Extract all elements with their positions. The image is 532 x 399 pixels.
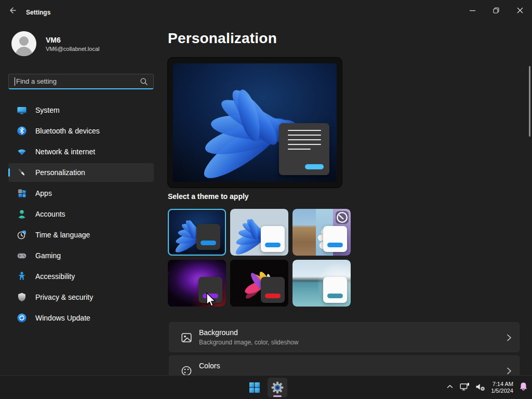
restore-button[interactable]: [484, 0, 508, 21]
minimize-button[interactable]: [460, 0, 484, 21]
vertical-scrollbar[interactable]: [529, 66, 530, 137]
sidebar-item-time-language[interactable]: Time & language: [8, 225, 154, 244]
sidebar: VM6 VM6@collabnet.local System Bluetooth…: [0, 21, 162, 375]
window-title: Settings: [26, 9, 50, 16]
tray-chevron-up-icon[interactable]: [446, 383, 454, 392]
row-title: Colors: [199, 362, 220, 370]
row-title: Background: [199, 328, 238, 337]
windows-logo-icon: [249, 382, 260, 393]
sidebar-item-accessibility[interactable]: Accessibility: [8, 267, 154, 286]
row-subtitle: Background image, color, slideshow: [199, 339, 298, 346]
theme-tile-dark-bloom[interactable]: [168, 209, 226, 256]
wifi-icon: [17, 147, 27, 157]
sidebar-item-system[interactable]: System: [8, 101, 154, 119]
network-ethernet-icon[interactable]: [460, 382, 470, 393]
theme-preview-monitor: [168, 58, 342, 188]
user-email: VM6@collabnet.local: [46, 46, 100, 52]
theme-tile-light-bloom[interactable]: [230, 209, 288, 256]
sidebar-item-label: Time & language: [35, 231, 90, 239]
notification-bell-icon[interactable]: [519, 382, 528, 393]
theme-tile-purple-glow[interactable]: [168, 260, 226, 307]
system-icon: [17, 105, 27, 115]
paintbrush-icon: [17, 167, 27, 178]
theme-preview-wallpaper: [173, 63, 337, 182]
sidebar-item-label: System: [35, 106, 60, 114]
sidebar-item-label: Privacy & security: [35, 293, 93, 301]
close-button[interactable]: [508, 0, 532, 21]
start-button[interactable]: [245, 378, 264, 397]
date: 1/5/2024: [491, 388, 513, 394]
search-input[interactable]: [15, 77, 140, 85]
sidebar-item-privacy-security[interactable]: Privacy & security: [8, 288, 154, 307]
preview-window-mock: [279, 123, 329, 175]
slideshow-badge-icon: [336, 211, 349, 224]
theme-tile-calm-lake[interactable]: [292, 260, 351, 307]
update-refresh-icon: [17, 313, 27, 323]
background-row[interactable]: Background Background image, color, slid…: [169, 322, 520, 352]
background-image-icon: [180, 331, 193, 344]
sidebar-item-label: Accessibility: [35, 272, 75, 281]
user-name: VM6: [46, 35, 100, 45]
sidebar-item-label: Accounts: [35, 210, 65, 218]
taskbar: 7:14 AM 1/5/2024: [0, 375, 532, 399]
sidebar-item-label: Windows Update: [35, 314, 90, 322]
sidebar-item-network-internet[interactable]: Network & internet: [8, 142, 154, 161]
minimize-icon: [470, 8, 475, 14]
preview-accent-button: [305, 164, 324, 169]
person-icon: [17, 209, 27, 219]
time: 7:14 AM: [491, 381, 513, 388]
sidebar-item-label: Gaming: [35, 251, 61, 260]
search-box[interactable]: [8, 74, 154, 89]
titlebar: Settings: [0, 0, 532, 21]
taskbar-clock[interactable]: 7:14 AM 1/5/2024: [491, 381, 513, 394]
sidebar-item-gaming[interactable]: Gaming: [8, 246, 154, 265]
theme-section-label: Select a theme to apply: [168, 192, 249, 201]
sidebar-item-personalization[interactable]: Personalization: [8, 163, 154, 182]
chevron-right-icon: [507, 367, 512, 375]
sidebar-item-apps[interactable]: Apps: [8, 184, 154, 203]
volume-muted-icon[interactable]: [475, 382, 485, 393]
system-tray: 7:14 AM 1/5/2024: [446, 376, 528, 399]
sidebar-nav: System Bluetooth & devices Network & int…: [8, 101, 154, 329]
shield-icon: [17, 292, 27, 302]
settings-gear-icon: [271, 381, 284, 394]
search-icon[interactable]: [140, 77, 148, 86]
theme-tile-landscape-collage[interactable]: [292, 209, 351, 256]
sidebar-item-windows-update[interactable]: Windows Update: [8, 309, 154, 327]
back-arrow-icon: [8, 6, 17, 15]
main-content: Personalization Select a theme to apply: [168, 21, 532, 375]
taskbar-settings-app[interactable]: [268, 378, 287, 397]
theme-tile-abstract-flower[interactable]: [230, 260, 288, 307]
restore-icon: [493, 7, 499, 14]
sidebar-item-label: Apps: [35, 189, 52, 197]
sidebar-item-label: Network & internet: [35, 148, 95, 156]
chevron-right-icon: [507, 334, 512, 341]
close-icon: [517, 7, 523, 14]
bluetooth-icon: [17, 126, 27, 136]
back-button[interactable]: [5, 4, 20, 17]
sidebar-item-label: Bluetooth & devices: [35, 127, 100, 135]
apps-icon: [17, 188, 27, 198]
sidebar-item-bluetooth-devices[interactable]: Bluetooth & devices: [8, 122, 154, 140]
avatar: [11, 31, 36, 56]
clock-icon: [17, 230, 27, 240]
accessibility-person-icon: [17, 271, 27, 282]
sidebar-item-accounts[interactable]: Accounts: [8, 205, 154, 223]
page-title: Personalization: [168, 30, 277, 47]
gamepad-icon: [17, 250, 27, 261]
user-account-card[interactable]: VM6 VM6@collabnet.local: [11, 31, 100, 56]
sidebar-item-label: Personalization: [35, 168, 85, 177]
